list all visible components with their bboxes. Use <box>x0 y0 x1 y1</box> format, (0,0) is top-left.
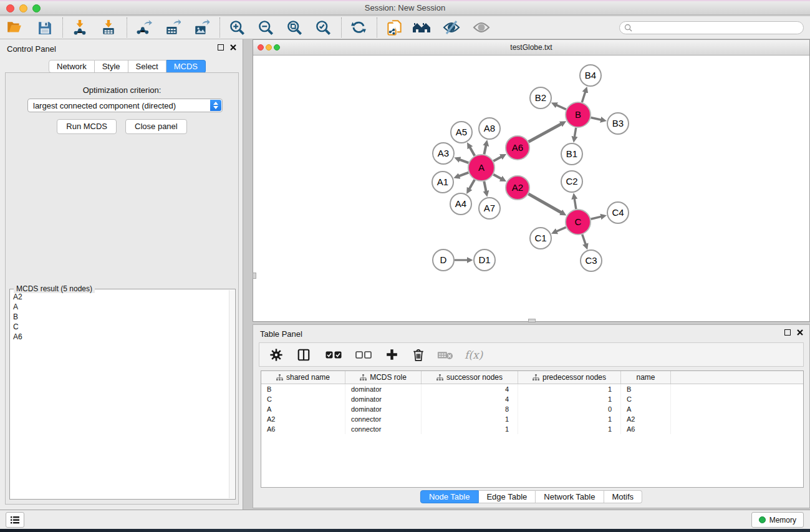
memory-button[interactable]: Memory <box>751 512 804 528</box>
network-window-titlebar[interactable]: testGlobe.txt <box>253 40 809 56</box>
import-network-icon[interactable] <box>70 18 89 37</box>
tab-select[interactable]: Select <box>128 60 166 73</box>
float-panel-icon[interactable] <box>784 329 791 336</box>
close-panel-button[interactable]: Close panel <box>125 119 187 134</box>
add-column-plus-icon[interactable] <box>385 348 398 361</box>
network-canvas[interactable]: B4B2BB3A5A8A6A3B1AA1C2A2A4A7C4CC1DD1C3 <box>253 56 809 321</box>
tab-mcds[interactable]: MCDS <box>166 60 206 73</box>
graph-node-A2[interactable]: A2 <box>506 176 529 200</box>
graph-node-B2[interactable]: B2 <box>530 87 551 109</box>
graph-edge-A2-C[interactable] <box>528 194 562 213</box>
tab-motifs[interactable]: Motifs <box>604 490 642 503</box>
graph-edge-B-B2[interactable] <box>556 105 566 109</box>
show-panel-eye-icon[interactable] <box>472 18 491 37</box>
zoom-out-icon[interactable] <box>256 18 275 37</box>
mcds-result-item[interactable]: C <box>13 322 228 332</box>
column-header[interactable]: predecessor nodes <box>518 371 621 384</box>
table-row[interactable]: A2connector11A2 <box>261 414 803 424</box>
new-session-icon[interactable] <box>385 18 403 37</box>
graph-node-A4[interactable]: A4 <box>450 193 471 215</box>
bottom-divider-grip[interactable] <box>528 319 536 322</box>
zoom-fit-icon[interactable] <box>285 18 304 37</box>
mcds-result-item[interactable]: A <box>13 302 228 312</box>
search-field[interactable] <box>619 21 804 34</box>
graph-edge-A-A4[interactable] <box>469 180 475 189</box>
graph-node-D1[interactable]: D1 <box>474 249 495 271</box>
graph-edge-A-A8[interactable] <box>484 145 486 154</box>
close-panel-icon[interactable] <box>797 329 803 336</box>
graph-edge-B-B3[interactable] <box>591 117 602 120</box>
tab-node-table[interactable]: Node Table <box>420 490 479 503</box>
graph-edge-A-A2[interactable] <box>493 175 501 179</box>
refresh-icon[interactable] <box>349 18 368 37</box>
graph-edge-A6-B[interactable] <box>529 123 562 142</box>
graph-node-B3[interactable]: B3 <box>607 113 629 134</box>
zoom-in-icon[interactable] <box>228 18 246 37</box>
tab-network[interactable]: Network <box>49 60 95 73</box>
column-header[interactable]: name <box>621 371 671 384</box>
mcds-result-list[interactable]: A2ABCA6 <box>11 291 228 498</box>
column-browser-icon[interactable] <box>297 348 311 362</box>
graph-edge-B-B4[interactable] <box>582 92 585 102</box>
tab-style[interactable]: Style <box>95 60 128 73</box>
deselect-all-checkboxes-icon[interactable] <box>355 351 372 359</box>
search-input[interactable] <box>632 23 788 32</box>
graph-node-A6[interactable]: A6 <box>506 136 529 160</box>
graph-node-A3[interactable]: A3 <box>433 143 454 164</box>
graph-edge-B-B1[interactable] <box>574 128 576 138</box>
graph-node-D[interactable]: D <box>433 249 454 271</box>
table-row[interactable]: Bdominator41B <box>261 384 803 394</box>
graph-node-A[interactable]: A <box>468 155 494 181</box>
graph-node-B4[interactable]: B4 <box>580 65 601 86</box>
home-icon[interactable] <box>412 18 431 37</box>
table-row[interactable]: Cdominator41C <box>261 394 803 404</box>
task-history-button[interactable] <box>6 512 24 528</box>
table-settings-gear-icon[interactable] <box>269 348 283 362</box>
mcds-result-scrollbar[interactable] <box>229 290 234 498</box>
graph-edge-C-C4[interactable] <box>591 216 601 219</box>
graph-edge-C-C3[interactable] <box>582 235 586 245</box>
graph-edge-C-C1[interactable] <box>556 227 566 231</box>
mcds-result-item[interactable]: A2 <box>13 292 228 302</box>
mcds-result-item[interactable]: B <box>13 312 228 322</box>
table-row[interactable]: Adominator80A <box>261 404 803 414</box>
import-table-icon[interactable] <box>99 18 118 37</box>
mcds-result-item[interactable]: A6 <box>13 332 228 342</box>
graph-node-A1[interactable]: A1 <box>432 172 453 193</box>
select-all-checkboxes-icon[interactable] <box>325 351 342 359</box>
export-network-icon[interactable] <box>135 18 153 37</box>
network-graph[interactable]: B4B2BB3A5A8A6A3B1AA1C2A2A4A7C4CC1DD1C3 <box>253 56 809 320</box>
graph-node-C2[interactable]: C2 <box>561 171 582 192</box>
graph-edge-A-A7[interactable] <box>484 181 486 192</box>
graph-edge-C-C2[interactable] <box>574 198 576 210</box>
run-mcds-button[interactable]: Run MCDS <box>57 119 117 134</box>
graph-edge-A-A3[interactable] <box>459 160 468 163</box>
save-session-icon[interactable] <box>35 18 54 37</box>
close-panel-icon[interactable] <box>230 44 236 51</box>
column-header[interactable]: MCDS role <box>345 371 422 384</box>
delete-column-trash-icon[interactable] <box>412 348 425 362</box>
zoom-selected-icon[interactable] <box>314 18 332 37</box>
node-table[interactable]: shared nameMCDS rolesuccessor nodesprede… <box>261 370 804 488</box>
hide-panel-eye-slash-icon[interactable] <box>442 18 461 37</box>
graph-node-C3[interactable]: C3 <box>581 250 602 271</box>
graph-node-A5[interactable]: A5 <box>451 122 472 143</box>
column-header[interactable]: successor nodes <box>422 371 518 384</box>
graph-node-B[interactable]: B <box>566 102 591 127</box>
export-table-icon[interactable] <box>163 18 182 37</box>
open-session-icon[interactable] <box>5 18 24 37</box>
tab-network-table[interactable]: Network Table <box>536 490 604 503</box>
column-header[interactable] <box>671 371 803 384</box>
graph-node-C[interactable]: C <box>566 210 591 235</box>
tab-edge-table[interactable]: Edge Table <box>478 490 536 503</box>
optimization-criterion-select[interactable]: largest connected component (directed) <box>27 99 223 112</box>
graph-node-C1[interactable]: C1 <box>530 228 551 249</box>
float-panel-icon[interactable] <box>218 44 224 51</box>
graph-edge-A-A1[interactable] <box>458 173 468 177</box>
graph-edge-A-A5[interactable] <box>470 147 475 156</box>
export-image-icon[interactable] <box>192 18 211 37</box>
graph-node-C4[interactable]: C4 <box>607 202 629 223</box>
graph-edge-A-A6[interactable] <box>493 157 501 161</box>
left-divider-grip[interactable] <box>253 273 256 279</box>
graph-node-A8[interactable]: A8 <box>479 118 500 139</box>
